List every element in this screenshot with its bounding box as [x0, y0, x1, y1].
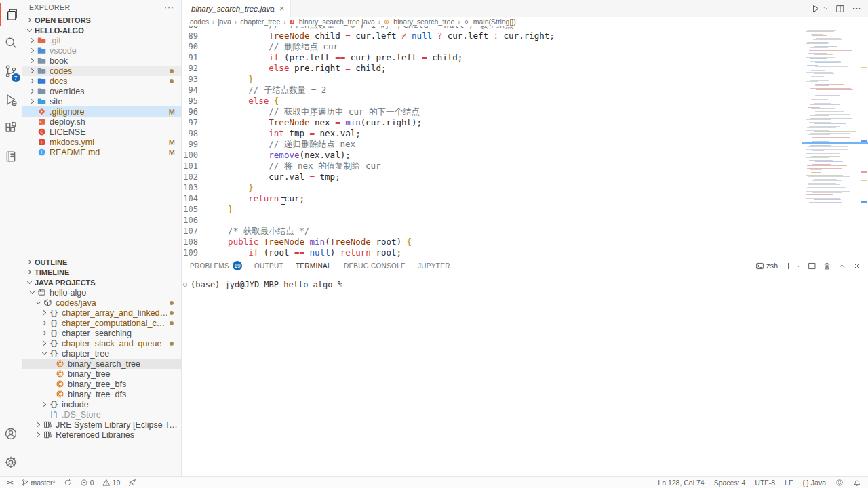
project-row-hello-algo[interactable]: hello-algo [22, 287, 181, 298]
code-area[interactable]: 88 // 当子结点数量 = 0 / 1 时 ，child = null / 该… [182, 26, 868, 258]
status-warnings[interactable]: 19 [102, 479, 121, 487]
file-row-vscode[interactable]: vscode [22, 45, 181, 56]
kill-terminal-button[interactable] [823, 262, 831, 270]
project-row-referenced-libraries[interactable]: Referenced Libraries [22, 430, 181, 440]
project-row--ds-store[interactable]: .DS_Store [22, 409, 181, 420]
code-line-97: 97 TreeNode nex = min(cur.right); [182, 117, 868, 128]
project-row-chapter-computational-complexity[interactable]: {}chapter_computational_complexity [22, 318, 181, 328]
indent-spacer [30, 110, 33, 113]
status-remote[interactable]: >< [7, 479, 13, 486]
status-sync[interactable] [64, 479, 72, 487]
shell-selector[interactable]: zsh [755, 262, 778, 270]
file-row-site[interactable]: site [22, 96, 181, 106]
breadcrumb-item[interactable]: codes [190, 18, 209, 26]
activity-item-account[interactable] [0, 420, 22, 448]
file-row-book[interactable]: book [22, 56, 181, 66]
status-indentation[interactable]: Spaces: 4 [714, 479, 746, 487]
project-row-chapter-searching[interactable]: {}chapter_searching [22, 328, 181, 338]
activity-item-search[interactable] [0, 28, 22, 57]
activity-item-explorer[interactable] [0, 0, 22, 28]
open-editors-section[interactable]: OPEN EDITORS [22, 15, 181, 25]
run-dropdown[interactable] [823, 5, 829, 12]
section-outline[interactable]: OUTLINE [22, 257, 181, 267]
close-icon[interactable]: × [279, 4, 285, 13]
panel-tab-output[interactable]: OUTPUT [254, 258, 283, 273]
project-row-binary-search-tree[interactable]: binary_search_tree [22, 359, 181, 369]
status-label: UTF-8 [755, 479, 775, 487]
modified-dot [170, 321, 174, 325]
section-java-projects[interactable]: JAVA PROJECTS [22, 277, 181, 287]
status-notifications[interactable] [853, 479, 861, 487]
new-terminal-button[interactable] [784, 262, 793, 270]
project-row-include[interactable]: {}include [22, 399, 181, 409]
file-row--git[interactable]: .git [22, 35, 181, 45]
project-row-jre-system-library-eclipse-temurin-17-17-[interactable]: JRE System Library [Eclipse Temurin 17 [… [22, 420, 181, 430]
activity-item-source-control[interactable]: 7 [0, 57, 22, 85]
project-row-binary-tree-dfs[interactable]: binary_tree_dfs [22, 389, 181, 399]
breadcrumb-label: binary_search_tree [393, 18, 454, 26]
status-java-mode[interactable] [128, 479, 136, 487]
tab-binary-search-tree[interactable]: J binary_search_tree.java × [182, 0, 291, 17]
project-row-binary-tree[interactable]: binary_tree [22, 369, 181, 379]
file-label: codes [50, 66, 72, 76]
activity-item-run-debug[interactable] [0, 85, 22, 114]
activity-item-settings[interactable] [0, 448, 22, 476]
breadcrumb-item[interactable]: Jbinary_search_tree.java [290, 18, 375, 26]
file-row-mkdocs-yml[interactable]: !mkdocs.ymlM [22, 137, 181, 147]
activity-item-notebook[interactable] [0, 142, 22, 171]
breadcrumb-item[interactable]: main(String[]) [464, 18, 516, 26]
close-panel-button[interactable] [852, 262, 861, 270]
project-root-section[interactable]: HELLO-ALGO [22, 25, 181, 35]
status-eol[interactable]: LF [785, 479, 793, 487]
breadcrumb-label: codes [190, 18, 209, 26]
chevron-right-icon [29, 79, 34, 83]
status-branch[interactable]: master* [21, 479, 56, 487]
status-errors[interactable]: 0 [80, 479, 94, 487]
breadcrumb-item[interactable]: java [218, 18, 231, 26]
file-row-license[interactable]: ©LICENSE [22, 127, 181, 137]
project-row-chapter-array-and-linkedlist[interactable]: {}chapter_array_and_linkedlist [22, 308, 181, 318]
breadcrumb-item[interactable]: chapter_tree [240, 18, 280, 26]
breadcrumb-item[interactable]: binary_search_tree [384, 18, 454, 26]
project-item-label: codes/java [56, 298, 96, 308]
project-row-chapter-tree[interactable]: {}chapter_tree [22, 348, 181, 359]
breadcrumb-separator: › [378, 18, 381, 26]
activity-item-extensions[interactable] [0, 114, 22, 142]
status-encoding[interactable]: UTF-8 [755, 479, 775, 487]
overview-ruler[interactable] [859, 26, 868, 258]
project-row-binary-tree-bfs[interactable]: binary_tree_bfs [22, 379, 181, 389]
indent-spacer [48, 382, 52, 386]
panel-tab-debug-console[interactable]: DEBUG CONSOLE [344, 258, 406, 273]
status-language-mode[interactable]: { }Java [802, 479, 826, 487]
file-row-overrides[interactable]: overrides [22, 86, 181, 96]
status-feedback[interactable] [835, 479, 844, 487]
project-item-label: Referenced Libraries [56, 430, 134, 440]
status-cursor-position[interactable]: Ln 128, Col 74 [658, 479, 704, 487]
line-number: 98 [182, 128, 208, 139]
more-actions-button[interactable] [852, 4, 861, 14]
panel-tab-terminal[interactable]: TERMINAL [296, 258, 332, 273]
section-timeline[interactable]: TIMELINE [22, 267, 181, 277]
run-button[interactable] [811, 4, 821, 14]
panel-tab-problems[interactable]: PROBLEMS19 [190, 258, 242, 273]
maximize-panel-button[interactable] [837, 262, 846, 270]
project-item-label: chapter_searching [62, 329, 132, 338]
terminal[interactable]: (base) jyd@JYD-MBP hello-algo % [182, 273, 868, 289]
split-editor-button[interactable] [835, 4, 845, 14]
split-terminal-button[interactable] [808, 262, 816, 270]
bell-icon [853, 479, 861, 487]
panel-tab-jupyter[interactable]: JUPYTER [418, 258, 450, 273]
more-actions-icon[interactable]: ··· [164, 3, 174, 12]
file-row-deploy-sh[interactable]: >_deploy.sh [22, 117, 181, 127]
project-row-codes-java[interactable]: codes/java [22, 298, 181, 308]
file-row--gitignore[interactable]: .gitignoreM [22, 106, 181, 117]
file-row-readme-md[interactable]: iREADME.mdM [22, 147, 181, 157]
minimap[interactable] [806, 30, 859, 233]
project-row-chapter-stack-and-queue[interactable]: {}chapter_stack_and_queue [22, 338, 181, 348]
code-text: } [208, 74, 868, 85]
file-row-docs[interactable]: docs [22, 76, 181, 86]
file-row-codes[interactable]: codes [22, 66, 181, 76]
yaml-icon: ! [37, 138, 46, 146]
terminal-dropdown[interactable] [795, 262, 802, 270]
folder-icon [37, 66, 46, 75]
